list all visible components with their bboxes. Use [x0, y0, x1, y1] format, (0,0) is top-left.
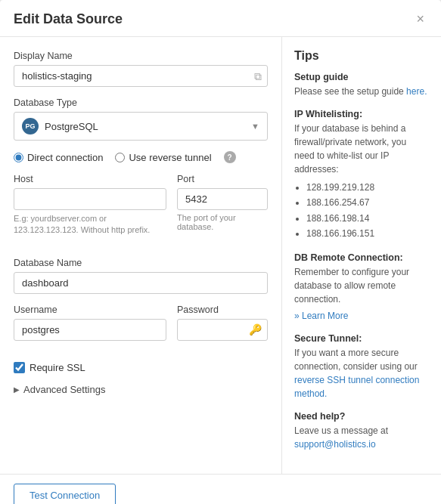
tips-section: Tips Setup guide Please see the setup gu…	[282, 37, 441, 474]
tips-title: Tips	[294, 49, 429, 63]
modal-title: Edit Data Source	[14, 11, 123, 27]
tips-setup-guide-text: Please see the setup guide	[294, 86, 406, 97]
tips-learn-more-link[interactable]: » Learn More	[294, 311, 348, 321]
ip-list: 128.199.219.128 188.166.254.67 188.166.1…	[306, 180, 429, 242]
tips-ip-text: If your database is behind a firewall/pr…	[294, 122, 429, 176]
tips-secure-tunnel-title: Secure Tunnel:	[294, 333, 429, 344]
require-ssl-group: Require SSL	[14, 362, 268, 373]
database-type-group: Database Type PG PostgreSQL ▼	[14, 97, 268, 141]
username-group: Username	[14, 305, 166, 341]
tips-ssh-tunnel-link[interactable]: reverse SSH tunnel connection method.	[294, 375, 419, 399]
reverse-tunnel-option[interactable]: Use reverse tunnel	[115, 152, 211, 163]
host-port-row: Host E.g: yourdbserver.com or 123.123.12…	[14, 174, 268, 247]
database-type-value: PostgreSQL	[45, 121, 98, 132]
tips-setup-guide-link[interactable]: here.	[406, 86, 427, 97]
password-input-wrapper: 🔑	[177, 319, 268, 341]
arrow-icon: ▶	[14, 385, 20, 394]
tips-db-remote-text: Remember to configure your database to a…	[294, 265, 429, 306]
modal-footer: Test Connection	[0, 474, 441, 504]
reverse-tunnel-radio[interactable]	[115, 153, 125, 162]
port-group: Port The port of your database.	[177, 174, 268, 237]
tips-need-help: Need help? Leave us a message at support…	[294, 411, 429, 451]
display-name-input-wrapper: ⧉	[14, 65, 268, 87]
direct-connection-option[interactable]: Direct connection	[14, 152, 103, 163]
database-name-input[interactable]	[14, 272, 268, 294]
username-label: Username	[14, 305, 166, 315]
tips-db-remote-title: DB Remote Connection:	[294, 252, 429, 263]
reverse-tunnel-label: Use reverse tunnel	[129, 152, 211, 163]
chevron-down-icon: ▼	[251, 122, 259, 131]
tips-secure-tunnel-text: If you want a more secure connection, co…	[294, 348, 418, 372]
database-type-select[interactable]: PG PostgreSQL ▼	[14, 112, 268, 141]
display-name-group: Display Name ⧉	[14, 51, 268, 87]
tips-db-remote: DB Remote Connection: Remember to config…	[294, 252, 429, 323]
key-icon: 🔑	[249, 323, 262, 335]
modal-body: Display Name ⧉ Database Type PG PostgreS…	[0, 37, 441, 474]
host-group: Host E.g: yourdbserver.com or 123.123.12…	[14, 174, 166, 237]
form-section: Display Name ⧉ Database Type PG PostgreS…	[0, 37, 282, 474]
port-hint: The port of your database.	[177, 213, 268, 231]
port-input[interactable]	[177, 188, 268, 210]
postgresql-icon: PG	[22, 118, 39, 135]
database-type-select-wrapper: PG PostgreSQL ▼	[14, 112, 268, 141]
ip-item: 128.199.219.128	[306, 180, 429, 195]
require-ssl-label[interactable]: Require SSL	[30, 362, 85, 373]
tips-ip-title: IP Whitelisting:	[294, 109, 429, 119]
ip-item: 188.166.196.151	[306, 226, 429, 241]
tips-setup-guide-title: Setup guide	[294, 72, 429, 82]
close-button[interactable]: ×	[413, 11, 427, 27]
direct-connection-label: Direct connection	[27, 152, 103, 163]
tips-setup-guide: Setup guide Please see the setup guide h…	[294, 72, 429, 98]
copy-icon: ⧉	[254, 70, 262, 82]
ip-item: 188.166.198.14	[306, 211, 429, 226]
password-label: Password	[177, 305, 268, 315]
ip-item: 188.166.254.67	[306, 195, 429, 210]
host-label: Host	[14, 174, 166, 184]
database-name-label: Database Name	[14, 258, 268, 268]
tips-ip-whitelisting: IP Whitelisting: If your database is beh…	[294, 109, 429, 242]
advanced-settings-label: Advanced Settings	[23, 384, 105, 395]
tips-support-link[interactable]: support@holistics.io	[294, 439, 376, 450]
tips-secure-tunnel: Secure Tunnel: If you want a more secure…	[294, 333, 429, 400]
require-ssl-checkbox[interactable]	[14, 362, 25, 373]
host-input[interactable]	[14, 188, 166, 210]
host-hint: E.g: yourdbserver.com or 123.123.123.123…	[14, 213, 166, 237]
display-name-input[interactable]	[14, 65, 268, 87]
tips-need-help-title: Need help?	[294, 411, 429, 422]
advanced-settings-toggle[interactable]: ▶ Advanced Settings	[14, 384, 105, 395]
database-type-label: Database Type	[14, 97, 268, 108]
tips-need-help-text: Leave us a message at	[294, 425, 388, 436]
edit-datasource-modal: Edit Data Source × Display Name ⧉ Databa…	[0, 0, 441, 504]
connection-type-group: Direct connection Use reverse tunnel ?	[14, 151, 268, 163]
username-input[interactable]	[14, 319, 166, 341]
direct-connection-radio[interactable]	[14, 153, 23, 162]
modal-header: Edit Data Source ×	[0, 0, 441, 37]
help-icon[interactable]: ?	[224, 151, 236, 163]
username-password-row: Username Password 🔑	[14, 305, 268, 351]
database-name-group: Database Name	[14, 258, 268, 294]
display-name-label: Display Name	[14, 51, 268, 61]
password-group: Password 🔑	[177, 305, 268, 341]
test-connection-button[interactable]: Test Connection	[14, 484, 116, 504]
port-label: Port	[177, 174, 268, 184]
